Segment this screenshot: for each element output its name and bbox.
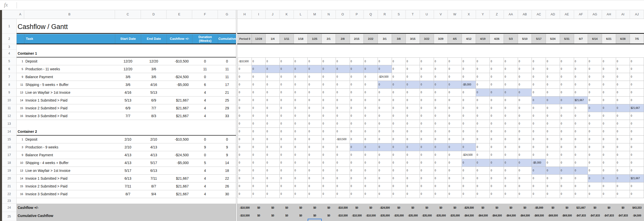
section-label-cell[interactable]: Container 1 [18, 50, 143, 57]
gantt-cell[interactable]: 0 [406, 175, 420, 182]
gantt-cell[interactable]: 0 [616, 143, 630, 151]
gantt-cell[interactable]: 0 [602, 128, 616, 136]
gantt-cell[interactable]: 0 [350, 159, 364, 167]
gantt-cell[interactable]: 0 [588, 136, 602, 143]
period-header-7-5[interactable]: 7/5 [630, 34, 644, 44]
column-header-AI[interactable]: AI [616, 10, 630, 19]
gantt-cell[interactable]: 0 [574, 136, 588, 143]
gantt-cell[interactable]: 0 [392, 190, 406, 198]
task-cashflow-cell[interactable] [167, 65, 189, 73]
gantt-cell[interactable]: 0 [546, 89, 560, 97]
row-header-5[interactable]: 5 [2, 57, 17, 65]
gantt-cell[interactable]: 0 [434, 104, 448, 112]
gantt-cell[interactable]: 0 [266, 57, 280, 65]
row-header-17[interactable]: 17 [2, 151, 17, 159]
task-cumulative-cell[interactable]: 11 [218, 65, 236, 73]
task-duration-cell[interactable]: 6 [192, 81, 218, 89]
task-cashflow-cell[interactable] [167, 167, 189, 175]
gantt-cell[interactable]: 0 [602, 57, 616, 65]
column-title-start-date-header[interactable]: Start Date [115, 34, 141, 44]
gantt-cell[interactable]: 0 [448, 65, 462, 73]
gantt-cell[interactable]: 0 [490, 143, 504, 151]
gantt-cell[interactable]: 0 [560, 104, 574, 112]
gantt-cell[interactable]: 0 [560, 81, 574, 89]
task-number-cell[interactable]: 1 [17, 57, 23, 65]
gantt-cell[interactable]: 0 [588, 57, 602, 65]
gantt-cell[interactable]: 0 [252, 136, 266, 143]
gantt-cell[interactable]: 0 [602, 97, 616, 104]
gantt-cell[interactable]: 0 [602, 120, 616, 128]
gantt-bar-cell[interactable]: 0 [350, 65, 364, 73]
gantt-cell[interactable]: 0 [364, 81, 378, 89]
gantt-cell[interactable]: 0 [588, 112, 602, 120]
gantt-cell[interactable]: 0 [238, 182, 252, 190]
gantt-cell[interactable]: 0 [518, 190, 532, 198]
gantt-cell[interactable]: 0 [532, 190, 546, 198]
gantt-cell[interactable]: 0 [462, 112, 476, 120]
gantt-cell[interactable]: 0 [378, 128, 392, 136]
gantt-cell[interactable]: 0 [238, 175, 252, 182]
gantt-cell[interactable]: 0 [392, 182, 406, 190]
gantt-cell[interactable]: 0 [476, 190, 490, 198]
task-duration-cell[interactable]: 4 [192, 167, 218, 175]
gantt-cell[interactable]: 0 [252, 190, 266, 198]
gantt-cell[interactable]: 0 [364, 57, 378, 65]
row-header-24[interactable]: 24 [2, 204, 17, 212]
gantt-cell[interactable]: 0 [602, 73, 616, 81]
gantt-cell[interactable]: 0 [266, 89, 280, 97]
column-title-cumulative-header[interactable]: Cumulative [218, 34, 236, 44]
gantt-cell[interactable]: 0 [252, 151, 266, 159]
gantt-cell[interactable]: 0 [504, 73, 518, 81]
task-start-cell[interactable]: 5/17 [115, 167, 141, 175]
gantt-cell[interactable]: 0 [378, 104, 392, 112]
period-header-2-15[interactable]: 2/15 [350, 34, 364, 44]
gantt-cell[interactable]: 0 [546, 73, 560, 81]
row-header-15[interactable]: 15 [2, 136, 17, 143]
task-end-cell[interactable]: 2/10 [141, 136, 167, 143]
gantt-cell[interactable]: 0 [336, 97, 350, 104]
gantt-cell[interactable]: 0 [448, 151, 462, 159]
gantt-cell[interactable]: 0 [630, 89, 644, 97]
task-cumulative-cell[interactable]: 14 [218, 159, 236, 167]
gantt-cell[interactable]: 0 [364, 175, 378, 182]
gantt-cell[interactable]: 0 [546, 151, 560, 159]
gantt-cell[interactable]: 0 [406, 89, 420, 97]
gantt-cell[interactable]: 0 [350, 151, 364, 159]
gantt-cell[interactable]: 0 [462, 167, 476, 175]
gantt-cell[interactable]: 0 [364, 89, 378, 97]
gantt-cell[interactable]: 0 [350, 120, 364, 128]
gantt-cell[interactable]: 0 [602, 151, 616, 159]
gantt-cell[interactable]: 0 [462, 73, 476, 81]
gantt-cell[interactable]: 0 [616, 112, 630, 120]
column-header-AC[interactable]: AC [532, 10, 546, 19]
gantt-bar-cell[interactable]: 0 [364, 65, 378, 73]
task-number-cell[interactable]: 5 [17, 65, 23, 73]
gantt-cell[interactable]: 0 [630, 151, 644, 159]
gantt-cell[interactable]: 0 [238, 104, 252, 112]
gantt-cell[interactable]: 0 [532, 175, 546, 182]
period-header-2-1[interactable]: 2/1 [322, 34, 336, 44]
gantt-bar-cell[interactable]: 0 [532, 167, 546, 175]
task-name-cell[interactable]: Invoice 3 Submitted > Paid [25, 190, 115, 198]
gantt-bar-cell[interactable]: 0 [364, 143, 378, 151]
task-start-cell[interactable]: 8/7 [115, 190, 141, 198]
task-start-cell[interactable]: 12/20 [115, 57, 141, 65]
column-header-Z[interactable]: Z [490, 10, 504, 19]
gantt-cell[interactable]: 0 [266, 81, 280, 89]
gantt-cell[interactable]: 0 [588, 182, 602, 190]
column-header-V[interactable]: V [434, 10, 448, 19]
period-header-6-14[interactable]: 6/14 [588, 34, 602, 44]
gantt-cell[interactable]: 0 [462, 65, 476, 73]
task-start-cell[interactable]: 4/16 [115, 89, 141, 97]
column-header-T[interactable]: T [406, 10, 420, 19]
task-duration-cell[interactable]: 4 [192, 89, 218, 97]
gantt-cell[interactable]: 0 [294, 73, 308, 81]
task-cumulative-cell[interactable]: 11 [218, 73, 236, 81]
gantt-cell[interactable]: 0 [602, 159, 616, 167]
gantt-cell[interactable]: 0 [336, 159, 350, 167]
gantt-cell[interactable]: 0 [280, 190, 294, 198]
column-header-F[interactable]: F [192, 10, 218, 19]
gantt-cell[interactable]: 0 [616, 128, 630, 136]
gantt-cell[interactable]: 0 [518, 182, 532, 190]
gantt-cell[interactable]: 0 [294, 104, 308, 112]
